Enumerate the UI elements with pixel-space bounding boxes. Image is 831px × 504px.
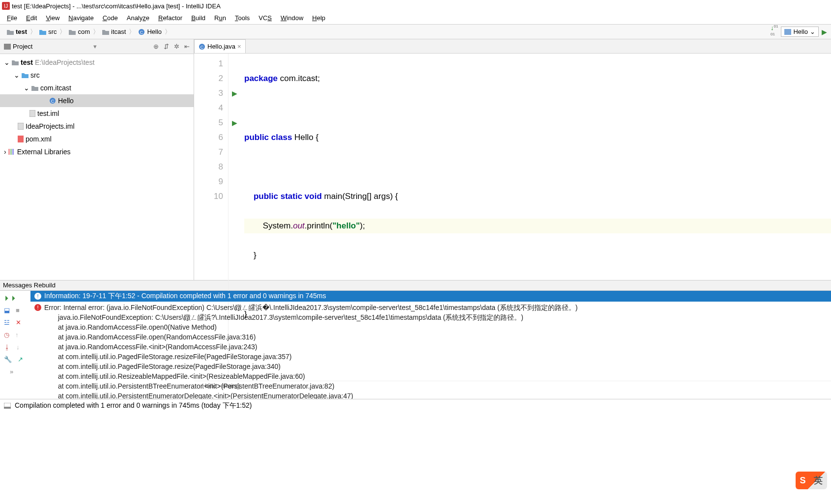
status-text: Compilation completed with 1 error and 0…: [15, 401, 252, 410]
menu-bar: File Edit View Navigate Code Analyze Ref…: [0, 12, 831, 25]
menu-window[interactable]: Window: [277, 13, 307, 23]
close-icon[interactable]: ✕: [16, 319, 21, 326]
collapse-icon[interactable]: ⇵: [164, 43, 169, 50]
tree-ideaprojects-iml[interactable]: IdeaProjects.iml: [0, 120, 194, 133]
tree-icon[interactable]: ☳: [4, 319, 10, 326]
stack-line: at java.io.RandomAccessFile.<init>(Rando…: [34, 342, 827, 352]
folder-icon: [102, 29, 109, 35]
project-icon: [4, 44, 11, 50]
svg-rect-9: [18, 123, 24, 130]
svg-rect-11: [8, 149, 10, 155]
status-bar: Compilation completed with 1 error and 0…: [0, 399, 831, 412]
tree-external-libs[interactable]: ›External Libraries: [0, 145, 194, 158]
menu-analyze[interactable]: Analyze: [123, 13, 153, 23]
stop-icon[interactable]: ■: [16, 307, 20, 314]
class-icon: C: [199, 43, 205, 50]
more-icon[interactable]: »: [10, 368, 13, 375]
folder-icon: [69, 29, 76, 35]
menu-tools[interactable]: Tools: [231, 13, 254, 23]
svg-text:!: !: [37, 305, 38, 310]
up-icon[interactable]: ↑: [15, 331, 19, 338]
tree-pom-xml[interactable]: pom.xml: [0, 133, 194, 145]
menu-view[interactable]: View: [42, 13, 63, 23]
stack-icon[interactable]: ⬓: [4, 307, 10, 314]
menu-help[interactable]: Help: [308, 13, 329, 23]
hide-icon[interactable]: ⇤: [184, 43, 190, 50]
update-icon[interactable]: ↓0101: [771, 24, 778, 39]
wrench-icon[interactable]: 🔧: [4, 356, 12, 363]
send-icon[interactable]: ↗: [18, 356, 23, 363]
error-first-line: Error: Internal error: (java.io.FileNotF…: [44, 303, 577, 312]
breadcrumb-test[interactable]: test: [4, 28, 30, 35]
tree-package[interactable]: ⌄com.itcast: [0, 82, 194, 94]
dropdown-icon[interactable]: ▾: [93, 43, 97, 50]
gear-icon[interactable]: ✲: [174, 43, 179, 50]
folder-icon: [22, 72, 29, 78]
editor-tabs: C Hello.java ×: [194, 39, 831, 54]
ime-badge[interactable]: S英: [796, 472, 827, 489]
menu-navigate[interactable]: Navigate: [64, 13, 97, 23]
close-icon[interactable]: ×: [237, 43, 241, 50]
clock-icon[interactable]: ◷: [4, 331, 9, 338]
svg-text:C: C: [51, 99, 55, 104]
main-area: Project▾ ⊕ ⇵ ✲ ⇤ ⌄test E:\IdeaProjects\t…: [0, 39, 831, 280]
menu-file[interactable]: File: [3, 13, 21, 23]
file-icon: [18, 123, 24, 130]
info-icon: !: [34, 293, 41, 300]
stack-line: at com.intellij.util.io.PersistentBTreeE…: [34, 381, 827, 391]
title-bar: IJ test [E:\IdeaProjects] - ...\test\src…: [0, 0, 831, 12]
rerun-icon[interactable]: ⏵⏵: [4, 294, 18, 302]
messages-body[interactable]: ! Information: 19-7-11 下午1:52 - Compilat…: [30, 291, 831, 399]
run-button[interactable]: ▶: [822, 28, 827, 36]
stack-line: at com.intellij.util.io.PagedFileStorage…: [34, 362, 827, 371]
svg-rect-4: [784, 29, 791, 35]
menu-code[interactable]: Code: [99, 13, 122, 23]
svg-rect-12: [10, 149, 12, 155]
tree-test-iml[interactable]: test.iml: [0, 107, 194, 120]
run-line-icon[interactable]: ▶: [229, 115, 240, 130]
tree-hello[interactable]: CHello: [0, 94, 194, 107]
down-icon[interactable]: ↓: [16, 343, 20, 351]
svg-text:!: !: [37, 293, 38, 299]
svg-text:IJ: IJ: [4, 3, 8, 9]
svg-rect-13: [12, 149, 14, 155]
menu-refactor[interactable]: Refactor: [154, 13, 186, 23]
app-run-icon: [784, 29, 791, 35]
menu-run[interactable]: Run: [210, 13, 230, 23]
breadcrumb: test〉 src〉 com〉 itcast〉 CHello〉: [0, 28, 175, 36]
breadcrumb-com[interactable]: com: [66, 28, 93, 35]
tree-test[interactable]: ⌄test E:\IdeaProjects\test: [0, 56, 194, 69]
project-sidebar: Project▾ ⊕ ⇵ ✲ ⇤ ⌄test E:\IdeaProjects\t…: [0, 39, 194, 280]
folder-icon: [39, 29, 46, 35]
stack-line: at com.intellij.util.io.ResizeableMapped…: [34, 371, 827, 381]
target-icon[interactable]: ⊕: [153, 43, 159, 50]
breadcrumb-hello[interactable]: CHello: [135, 28, 165, 35]
tree-src[interactable]: ⌄src: [0, 69, 194, 82]
class-icon: C: [49, 97, 56, 104]
folder-icon: [12, 59, 19, 65]
run-config-select[interactable]: Hello ⌄: [781, 27, 819, 37]
stack-line: at com.intellij.util.io.PagedFileStorage…: [34, 352, 827, 362]
breadcrumb-src[interactable]: src: [36, 28, 59, 35]
file-icon: [29, 110, 35, 117]
run-line-icon[interactable]: ▶: [229, 86, 240, 101]
menu-vcs[interactable]: VCS: [255, 13, 276, 23]
breadcrumb-itcast[interactable]: itcast: [99, 28, 129, 35]
menu-edit[interactable]: Edit: [22, 13, 41, 23]
run-config-label: Hello: [793, 28, 808, 35]
messages-toolbar: ⏵⏵ ⬓ ■ ☳ ✕ ◷ ↑ ⭳ ↓ 🔧 ↗ »: [0, 291, 30, 399]
export-icon[interactable]: ⭳: [4, 343, 10, 351]
project-tree[interactable]: ⌄test E:\IdeaProjects\test ⌄src ⌄com.itc…: [0, 54, 194, 280]
menu-build[interactable]: Build: [187, 13, 209, 23]
class-icon: C: [138, 28, 145, 35]
chevron-down-icon: ⌄: [810, 28, 815, 35]
xml-icon: [18, 136, 24, 142]
tab-hello[interactable]: C Hello.java ×: [194, 39, 246, 53]
status-icon[interactable]: [4, 403, 11, 409]
libs-icon: [8, 149, 15, 155]
info-line[interactable]: ! Information: 19-7-11 下午1:52 - Compilat…: [30, 291, 831, 302]
error-block: ! Error: Internal error: (java.io.FileNo…: [30, 302, 831, 399]
messages-panel: ⏵⏵ ⬓ ■ ☳ ✕ ◷ ↑ ⭳ ↓ 🔧 ↗ » ! Information: …: [0, 291, 831, 399]
project-title: Project: [13, 43, 32, 50]
tab-label: Hello.java: [207, 43, 235, 50]
